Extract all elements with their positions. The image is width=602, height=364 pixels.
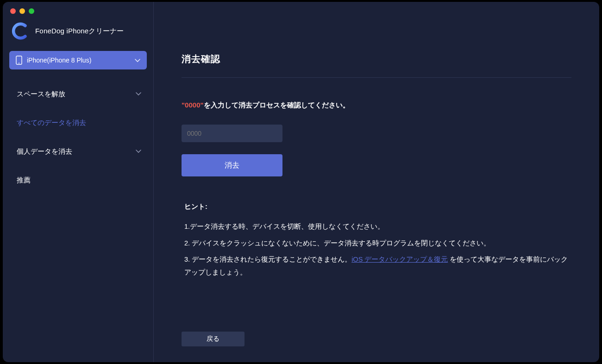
sidebar-item-label: 推薦 — [17, 176, 31, 185]
sidebar-item-recommend[interactable]: 推薦 — [3, 166, 153, 195]
confirm-code-text: "0000" — [182, 101, 204, 109]
page-title: 消去確認 — [182, 53, 571, 65]
chevron-down-icon — [135, 56, 140, 64]
app-logo-icon — [11, 22, 29, 40]
close-window-button[interactable] — [10, 8, 16, 14]
hint-3-pre: 3. データを消去されたら復元することができません。 — [184, 256, 351, 263]
hint-1: 1.データ消去する時、デバイスを切断、使用しなくてください。 — [182, 220, 571, 233]
app-title: FoneDog iPhoneクリーナー — [35, 27, 124, 36]
device-selector[interactable]: iPhone(iPhone 8 Plus) — [9, 51, 147, 69]
chevron-down-icon — [136, 148, 141, 155]
window-controls — [3, 8, 153, 14]
ios-backup-restore-link[interactable]: iOS データバックアップ＆復元 — [351, 256, 448, 263]
divider — [182, 77, 571, 78]
sidebar-item-free-space[interactable]: スペースを解放 — [3, 80, 153, 108]
sidebar-item-erase-all-data[interactable]: すべてのデータを消去 — [3, 108, 153, 137]
hints-title: ヒント: — [182, 202, 571, 211]
hint-2: 2. デバイスをクラッシュになくないために、データ消去する時プログラムを閉じなく… — [182, 237, 571, 250]
main-content: 消去確認 "0000"を入力して消去プロセスを確認してください。 消去 ヒント:… — [154, 2, 599, 362]
confirm-prompt-rest: を入力して消去プロセスを確認してください。 — [204, 101, 350, 109]
sidebar-item-label: すべてのデータを消去 — [17, 119, 86, 127]
confirm-prompt: "0000"を入力して消去プロセスを確認してください。 — [182, 101, 571, 110]
svg-point-1 — [19, 63, 19, 63]
chevron-down-icon — [136, 91, 141, 97]
sidebar-item-label: 個人データを消去 — [17, 147, 72, 156]
sidebar: FoneDog iPhoneクリーナー iPhone(iPhone 8 Plus… — [3, 2, 154, 362]
app-window: FoneDog iPhoneクリーナー iPhone(iPhone 8 Plus… — [3, 2, 599, 362]
brand: FoneDog iPhoneクリーナー — [3, 22, 153, 51]
erase-button[interactable]: 消去 — [182, 154, 282, 176]
sidebar-item-label: スペースを解放 — [17, 90, 65, 99]
maximize-window-button[interactable] — [29, 8, 34, 14]
phone-icon — [16, 56, 22, 65]
device-label: iPhone(iPhone 8 Plus) — [27, 56, 91, 64]
sidebar-item-erase-private-data[interactable]: 個人データを消去 — [3, 137, 153, 166]
back-button[interactable]: 戻る — [182, 332, 245, 346]
hint-3: 3. データを消去されたら復元することができません。iOS データバックアップ＆… — [182, 253, 571, 279]
confirm-code-input[interactable] — [182, 125, 282, 142]
minimize-window-button[interactable] — [19, 8, 25, 14]
